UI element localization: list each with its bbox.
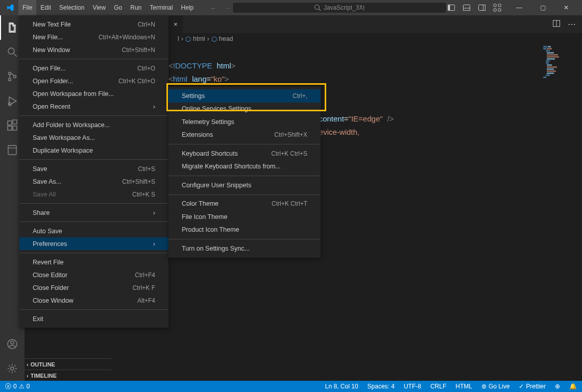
file-menu: New Text FileCtrl+NNew File...Ctrl+Alt+W… [19,15,168,328]
file-menu-item[interactable]: Close FolderCtrl+K F [19,281,168,294]
svg-rect-10 [494,9,496,11]
menu-go[interactable]: Go [110,0,126,15]
nav-forward-icon[interactable]: → [225,4,231,12]
file-menu-item[interactable]: Open Recent› [19,100,168,113]
window-controls: — ▢ ✕ [507,0,578,15]
file-menu-item[interactable]: New Text FileCtrl+N [19,18,168,31]
svg-line-13 [14,54,17,57]
preferences-menu-item[interactable]: Migrate Keyboard Shortcuts from... [168,160,321,174]
svg-rect-5 [464,8,470,11]
statusbar: ⓧ0 ⚠0 Ln 8, Col 10 Spaces: 4 UTF-8 CRLF … [0,381,582,392]
nav-back-icon[interactable]: ← [210,4,216,12]
search-placeholder-text: JavaScript_3차 [324,4,365,12]
file-menu-item[interactable]: SaveCtrl+S [19,162,168,175]
file-menu-item[interactable]: Save As...Ctrl+Shift+S [19,175,168,188]
titlebar-layout [447,4,501,12]
tab-actions: ⋯ [546,19,582,29]
preferences-submenu: SettingsCtrl+,Online Services SettingsTe… [168,87,321,258]
preferences-menu-item[interactable]: Configure User Snippets [168,179,321,192]
preferences-menu-item[interactable]: Color ThemeCtrl+K Ctrl+T [168,198,321,211]
layout-customize-icon[interactable] [493,4,501,12]
file-menu-item[interactable]: Open Workspace from File... [19,87,168,100]
preferences-menu-item[interactable]: Online Services Settings [168,103,321,116]
svg-point-0 [314,5,319,10]
check-icon: ✓ [519,383,524,390]
file-menu-item[interactable]: Preferences› [19,237,168,250]
titlebar: FileEditSelectionViewGoRunTerminalHelp ←… [0,0,582,15]
titlebar-nav: ← → [210,4,231,12]
breadcrumb-html: html [193,35,205,42]
tab-close-icon[interactable]: × [174,20,178,28]
menu-run[interactable]: Run [126,0,146,15]
status-spaces[interactable]: Spaces: 4 [367,383,396,390]
menu-edit[interactable]: Edit [36,0,55,15]
file-menu-item[interactable]: Share› [19,206,168,219]
svg-rect-9 [498,4,501,7]
preferences-menu-item[interactable]: Turn on Settings Sync... [168,242,321,255]
split-editor-icon[interactable] [552,19,561,28]
svg-rect-11 [498,9,501,11]
minimap[interactable] [543,46,574,92]
file-menu-item[interactable]: Open Folder...Ctrl+K Ctrl+O [19,75,168,87]
svg-point-12 [8,48,14,54]
close-button[interactable]: ✕ [554,0,578,15]
status-cursor[interactable]: Ln 8, Col 10 [324,383,359,390]
cube-icon: ⬡ [211,35,217,43]
file-menu-item[interactable]: Auto Save [19,225,168,237]
more-actions-icon[interactable]: ⋯ [568,19,576,29]
status-errors[interactable]: ⓧ0 ⚠0 [4,382,31,391]
status-golive[interactable]: ⊚Go Live [480,383,511,390]
status-eol[interactable]: CRLF [429,383,447,390]
menu-selection[interactable]: Selection [55,0,88,15]
file-menu-item[interactable]: Add Folder to Workspace... [19,118,168,131]
preferences-menu-item[interactable]: SettingsCtrl+, [168,89,321,103]
command-center[interactable]: JavaScript_3차 [232,2,447,13]
preferences-menu-item[interactable]: Keyboard ShortcutsCtrl+K Ctrl+S [168,147,321,160]
sidebar-section-timeline[interactable]: › TIMELINE [25,370,111,381]
menu-help[interactable]: Help [177,0,198,15]
maximize-button[interactable]: ▢ [531,0,554,15]
minimize-button[interactable]: — [507,0,531,15]
status-language[interactable]: HTML [454,383,473,390]
file-menu-item[interactable]: Revert File [19,256,168,268]
status-prettier[interactable]: ✓Prettier [518,383,547,390]
menu-file[interactable]: File [18,0,36,15]
menu-terminal[interactable]: Terminal [146,0,177,15]
file-menu-item[interactable]: Close WindowAlt+F4 [19,294,168,307]
menu-view[interactable]: View [88,0,110,15]
file-menu-item[interactable]: Save AllCtrl+K S [19,188,168,201]
search-icon [313,4,322,12]
status-feedback-icon[interactable]: ⊕ [554,383,561,390]
svg-rect-7 [483,5,486,11]
file-menu-item[interactable]: New WindowCtrl+Shift+N [19,43,168,56]
layout-panel-icon[interactable] [463,4,471,12]
file-menu-item[interactable]: New File...Ctrl+Alt+Windows+N [19,31,168,43]
editor-tab[interactable]: × [168,15,183,33]
settings-gear-icon[interactable] [0,356,25,381]
titlebar-search: JavaScript_3차 [231,2,447,13]
preferences-menu-item[interactable]: Telemetry Settings [168,115,321,129]
svg-point-15 [9,79,11,81]
chevron-right-icon: › [27,361,29,368]
status-encoding[interactable]: UTF-8 [403,383,422,390]
layout-sidebar-left-icon[interactable] [447,4,455,12]
file-menu-item[interactable]: Close EditorCtrl+F4 [19,268,168,281]
status-bell-icon[interactable]: 🔔 [568,383,578,390]
preferences-menu-item[interactable]: Product Icon Theme [168,224,321,237]
sidebar-section-outline[interactable]: › OUTLINE [25,358,111,370]
layout-sidebar-right-icon[interactable] [478,4,486,12]
chevron-right-icon: › [27,373,29,379]
preferences-menu-item[interactable]: File Icon Theme [168,210,321,224]
preferences-menu-item[interactable]: ExtensionsCtrl+Shift+X [168,129,321,142]
file-menu-item[interactable]: Exit [19,312,168,325]
svg-rect-3 [448,5,450,11]
accounts-icon[interactable] [0,332,25,356]
file-menu-item[interactable]: Open File...Ctrl+O [19,62,168,75]
svg-rect-20 [13,126,17,130]
file-menu-item[interactable]: Save Workspace As... [19,131,168,144]
warning-icon: ⚠ [19,383,25,390]
file-menu-item[interactable]: Duplicate Workspace [19,144,168,157]
svg-line-1 [319,9,321,11]
svg-point-25 [11,341,14,344]
breadcrumb-head: head [219,35,233,42]
